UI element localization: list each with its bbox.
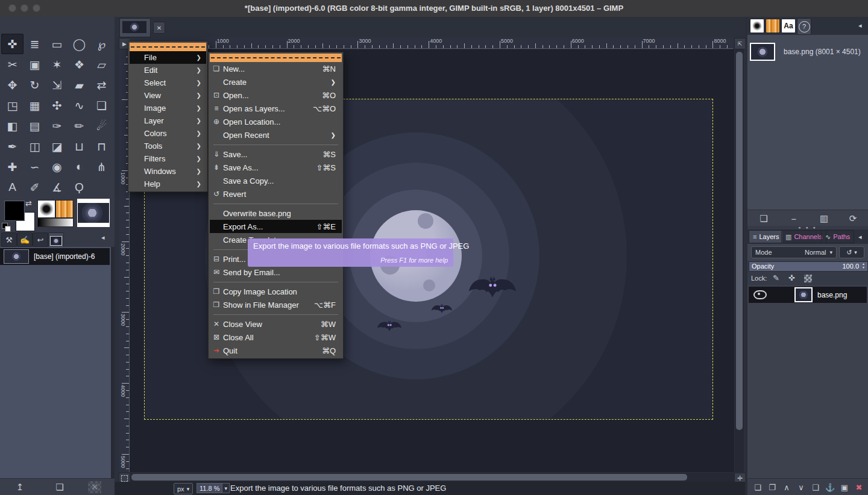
tool-ellipse-select[interactable]: ◯ [68,34,90,54]
tool-shear[interactable]: ▰ [68,75,90,95]
menu-item-close-all[interactable]: ⊠Close All⇧⌘W [210,331,342,344]
tab-paths[interactable]: ∿Paths [821,230,854,243]
tab-channels[interactable]: ▥Channels [781,230,826,243]
close-tab-icon[interactable]: ✕ [153,22,165,34]
tool-smudge[interactable]: ∽ [24,157,46,177]
tool-rotate[interactable]: ↻ [24,75,46,95]
foreground-color-swatch[interactable] [5,201,24,220]
layer-mode-dropdown[interactable]: Mode Normal ▾ [751,246,837,258]
tab-tool-options[interactable]: ⚒ [1,232,17,247]
zoom-follow-window-icon[interactable]: ⇱ [734,38,746,49]
menu-item-image[interactable]: Image❯ [130,102,206,114]
opacity-spinner[interactable]: ▴▾ [860,262,867,270]
tool-measure[interactable]: ∡ [46,177,68,198]
menu-item-overwrite[interactable]: Overwrite base.png [210,207,342,220]
tool-airbrush[interactable]: ☄ [90,116,113,136]
tool-text[interactable]: A [1,177,24,198]
menu-item-close-view[interactable]: ✕Close View⌘W [210,317,342,331]
tool-eraser[interactable]: ◪ [46,136,68,157]
menu-item-send-by-email[interactable]: ✉Send by Email... [210,266,342,279]
tool-rectangle-select[interactable]: ▭ [46,34,68,54]
zoom-dropdown[interactable]: 11.8 % ▾ [197,483,230,493]
tool-clone[interactable]: ⊔ [68,136,90,157]
tool-perspective[interactable]: ▦ [24,95,46,116]
tool-unified-transform[interactable]: ✥ [1,75,24,95]
menu-item-colors[interactable]: Colors❯ [130,127,206,140]
horizontal-scrollbar[interactable] [130,473,734,482]
tool-color-picker[interactable]: ✐ [24,177,46,198]
document-history-entry[interactable]: base.png (8001 × 4501) [750,40,866,64]
menu-item-save-a-copy[interactable]: Save a Copy... [210,174,342,187]
menu-item-revert[interactable]: ↺Revert [210,187,342,201]
tearoff-strip[interactable] [210,54,342,62]
tool-blur-sharpen[interactable]: ◉ [46,157,68,177]
tool-perspective-clone[interactable]: ⊓ [90,136,113,157]
active-pattern-thumbnail[interactable] [55,200,74,218]
tool-gradient[interactable]: ▤ [24,116,46,136]
vertical-scrollbar-thumb[interactable] [736,52,743,430]
lock-position-icon[interactable]: ✜ [788,273,795,282]
menu-item-tools[interactable]: Tools❯ [130,140,206,152]
tool-move[interactable]: ✜ [1,34,24,54]
tool-dodge-burn[interactable]: ◐ [68,157,90,177]
menu-item-layer[interactable]: Layer❯ [130,114,206,127]
add-mask-button[interactable]: ▣ [838,481,851,493]
unit-dropdown[interactable]: px▾ [174,483,193,494]
menu-item-file[interactable]: File❯ [130,51,206,64]
tool-paintbrush[interactable]: ✑ [46,116,68,136]
tool-zoom[interactable]: Ϙ [68,177,90,198]
duplicate-layer-button[interactable]: ❑ [809,481,822,493]
tool-scale[interactable]: ⇲ [46,75,68,95]
tool-free-select[interactable]: ℘ [90,34,113,54]
menu-item-save[interactable]: ⇓Save...⌘S [210,148,342,161]
tab-document-history[interactable]: ? [797,18,811,35]
menu-item-open-location[interactable]: ⊕Open Location... [210,115,342,128]
tab-brushes[interactable] [750,19,764,33]
panel-menu-icon[interactable]: ◂ [858,22,862,30]
menu-item-copy-image-location[interactable]: ❐Copy Image Location [210,285,342,298]
menu-item-open-as-layers[interactable]: ≡Open as Layers...⌥⌘O [210,102,342,115]
tool-paths[interactable]: ⋔ [90,157,113,177]
horizontal-scrollbar-thumb[interactable] [131,474,687,481]
lock-pixels-icon[interactable]: ✎ [773,273,779,282]
anchor-layer-button[interactable]: ⚓ [823,481,837,493]
panel-menu-icon[interactable]: ◂ [101,234,105,241]
tool-transform-3d[interactable]: ◳ [1,95,24,116]
tool-align[interactable]: ≣ [24,34,46,54]
menu-item-open[interactable]: ⊡Open...⌘O [210,89,342,102]
reset-colors-icon[interactable] [2,223,10,231]
menu-item-show-in-file-manager[interactable]: ❒Show in File Manager⌥⌘F [210,298,342,311]
raise-layer-button[interactable]: ∧ [780,481,793,493]
menu-item-help[interactable]: Help❯ [130,178,206,190]
refresh-previews-button[interactable]: ⟳ [846,213,860,225]
tearoff-strip[interactable] [130,43,206,51]
clear-history-button[interactable]: ▥ [817,213,831,225]
lower-layer-button[interactable]: ∨ [794,481,808,493]
layer-row[interactable]: base.png [749,287,867,303]
remove-entry-button[interactable]: − [787,213,800,225]
vertical-scrollbar[interactable] [735,49,744,472]
menu-item-new[interactable]: ❏New...⌘N [210,62,342,75]
mode-options-button[interactable]: ↺▾ [839,246,864,258]
menu-item-export-as[interactable]: Export As...⇧⌘E [210,220,342,233]
active-brush-thumbnail[interactable] [37,200,55,218]
tool-cage-transform[interactable]: ❏ [90,95,113,116]
tool-fuzzy-select[interactable]: ✶ [46,54,68,75]
tool-ink[interactable]: ✒ [1,136,24,157]
menu-item-view[interactable]: View❯ [130,89,206,102]
menu-item-open-recent[interactable]: Open Recent❯ [210,128,342,142]
open-entry-button[interactable]: ❏ [757,213,770,225]
tool-pencil[interactable]: ✏ [68,116,90,136]
panel-menu-icon[interactable]: ◂ [858,233,862,241]
new-layer-group-button[interactable]: ❐ [766,481,779,493]
menu-item-filters[interactable]: Filters❯ [130,152,206,165]
tab-layers[interactable]: ≡Layers [749,230,783,243]
new-display-button[interactable]: ❏ [53,481,66,493]
tool-flip[interactable]: ⇄ [90,75,113,95]
delete-layer-button[interactable]: ✖ [852,481,866,493]
tool-heal[interactable]: ✚ [1,157,24,177]
tool-warp-transform[interactable]: ∿ [68,95,90,116]
tool-scissors-select[interactable]: ✂ [1,54,24,75]
raise-to-top-button[interactable]: ↥ [13,481,27,493]
swap-colors-icon[interactable]: ⇄ [25,199,32,208]
